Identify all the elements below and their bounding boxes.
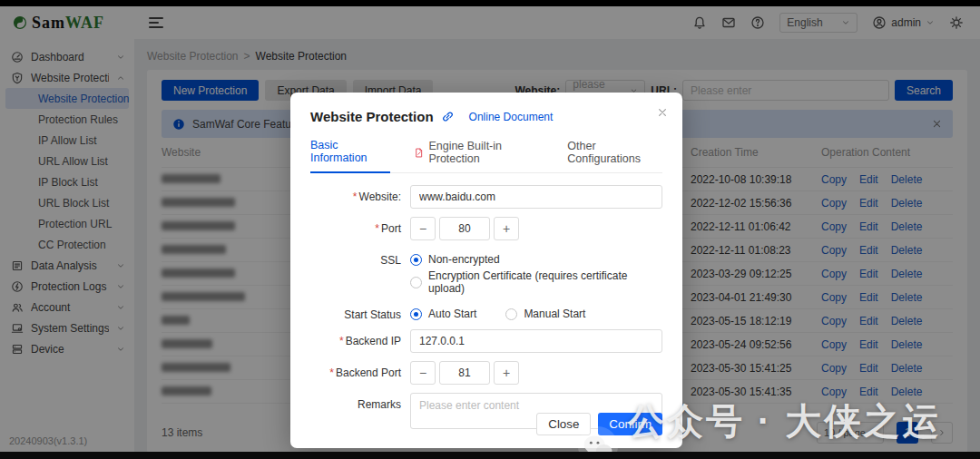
tab-label: Other Configurations xyxy=(567,140,662,165)
online-document-link[interactable]: Online Document xyxy=(469,111,554,123)
required-asterisk: * xyxy=(339,335,344,347)
required-asterisk: * xyxy=(353,190,358,203)
backend-port-increment-button[interactable]: + xyxy=(494,361,519,385)
ssl-field-label: SSL xyxy=(310,249,401,267)
red-document-icon xyxy=(414,147,425,159)
required-asterisk: * xyxy=(329,366,334,379)
ssl-non-encrypted-radio[interactable] xyxy=(410,254,422,266)
manual-start-radio[interactable] xyxy=(505,308,517,320)
port-increment-button[interactable]: + xyxy=(494,217,519,240)
backend-ip-field-label: *Backend IP xyxy=(310,329,401,347)
backend-port-value[interactable]: 81 xyxy=(439,361,490,385)
ssl-encryption-certificate-radio[interactable] xyxy=(410,277,422,288)
modal-footer: Close Confirm xyxy=(536,413,662,435)
confirm-button[interactable]: Confirm xyxy=(598,413,662,435)
screen: SamWAF English admin xyxy=(0,0,980,459)
port-field-label: *Port xyxy=(310,217,401,235)
tab-label: Engine Built-in Protection xyxy=(428,140,544,165)
website-input[interactable] xyxy=(410,185,662,209)
modal-title: Website Protection xyxy=(310,109,434,124)
port-decrement-button[interactable]: − xyxy=(410,217,436,240)
port-value[interactable]: 80 xyxy=(439,217,490,240)
backend-port-stepper: − 81 + xyxy=(410,361,662,385)
modal-close-icon[interactable] xyxy=(657,107,668,118)
tab-basic-information[interactable]: Basic Information xyxy=(310,139,390,173)
required-asterisk: * xyxy=(375,222,379,235)
auto-start-radio[interactable] xyxy=(410,308,422,320)
backend-port-decrement-button[interactable]: − xyxy=(410,361,436,385)
website-field-label: *Website: xyxy=(310,185,401,203)
start-status-option-label[interactable]: Auto Start xyxy=(428,308,476,320)
close-button[interactable]: Close xyxy=(536,413,591,435)
tab-other-configurations[interactable]: Other Configurations xyxy=(567,140,662,172)
start-status-field-label: Start Status xyxy=(310,303,401,321)
start-status-option-label[interactable]: Manual Start xyxy=(524,308,585,320)
modal-header: Website Protection Online Document xyxy=(310,109,662,124)
tab-engine-builtin-protection[interactable]: Engine Built-in Protection xyxy=(414,140,544,172)
letterbox-bottom xyxy=(0,452,980,459)
link-icon xyxy=(441,110,455,123)
port-stepper: − 80 + xyxy=(410,217,662,240)
ssl-option-label[interactable]: Non-encrypted xyxy=(428,253,500,266)
website-protection-modal: Website Protection Online Document Basic… xyxy=(290,93,682,448)
backend-port-field-label: *Backend Port xyxy=(310,361,401,379)
backend-ip-input[interactable] xyxy=(410,329,662,353)
modal-form: *Website: *Port − 80 + SSL xyxy=(310,185,662,432)
tab-label: Basic Information xyxy=(310,139,390,164)
remarks-field-label: Remarks xyxy=(310,393,401,411)
modal-tabs: Basic Information Engine Built-in Protec… xyxy=(310,139,662,173)
letterbox-top xyxy=(0,0,980,6)
ssl-option-label[interactable]: Encryption Certificate (requires certifi… xyxy=(428,269,662,295)
